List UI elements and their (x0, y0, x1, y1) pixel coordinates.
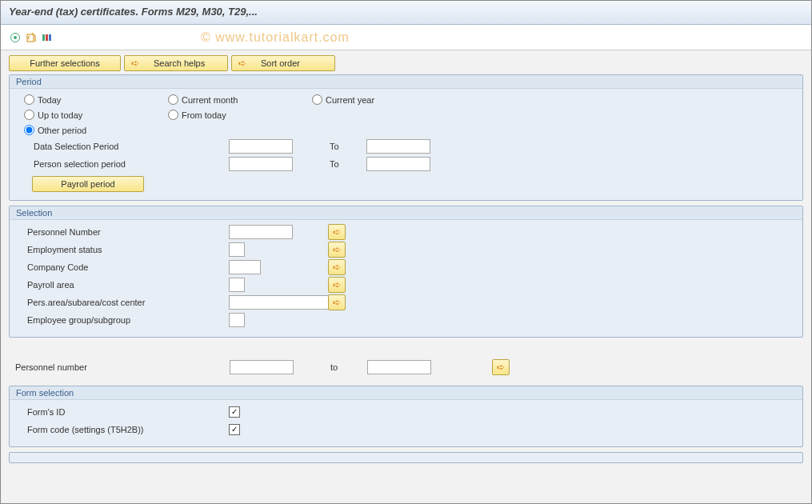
person-selection-to-input[interactable] (366, 157, 430, 171)
multi-color-icon[interactable] (41, 31, 54, 44)
radio-current-month[interactable]: Current month (168, 94, 280, 105)
pers-area-label: Pers.area/subarea/cost center (24, 298, 224, 307)
svg-rect-5 (49, 34, 51, 41)
form-selection-group: Form selection Form's ID ✓ Form code (se… (9, 386, 803, 447)
arrow-right-icon: ➪ (333, 297, 341, 308)
period-body: Today Current month Current year Up to t… (10, 89, 802, 195)
personnel-number-label: Personnel Number (24, 227, 224, 237)
radio-current-year[interactable]: Current year (312, 94, 424, 105)
radio-from-today[interactable]: From today (168, 110, 280, 120)
further-selections-button[interactable]: Further selections (9, 55, 121, 71)
arrow-right-icon: ➪ (333, 262, 341, 273)
form-selection-header: Form selection (10, 386, 802, 400)
pers-area-input[interactable] (229, 295, 333, 310)
payroll-area-multi-button[interactable]: ➪ (328, 277, 346, 293)
radio-up-to-today[interactable]: Up to today (24, 110, 136, 120)
arrow-right-icon: ➪ (333, 226, 341, 238)
arrow-right-icon: ➪ (131, 58, 139, 69)
personnel-number-range-row: Personnel number to ➪ (9, 358, 803, 376)
period-header: Period (10, 75, 802, 89)
radio-today[interactable]: Today (24, 94, 136, 105)
payroll-area-label: Payroll area (24, 280, 224, 290)
selection-header: Selection (10, 206, 802, 220)
employment-status-label: Employment status (24, 245, 224, 254)
forms-id-checkbox[interactable]: ✓ (229, 406, 240, 418)
form-code-checkbox[interactable]: ✓ (229, 424, 240, 435)
payroll-period-button[interactable]: Payroll period (32, 176, 144, 192)
get-variant-icon[interactable] (25, 31, 38, 44)
data-selection-period-label: Data Selection Period (24, 142, 224, 151)
employee-group-input[interactable] (229, 313, 245, 327)
personnel-number-range-label: Personnel number (15, 362, 225, 372)
employment-status-input[interactable] (229, 242, 245, 257)
empty-group (9, 452, 803, 463)
company-code-label: Company Code (24, 262, 224, 272)
sort-order-label: Sort order (261, 58, 300, 68)
data-selection-from-input[interactable] (229, 139, 293, 154)
selection-buttons-row: Further selections ➪ Search helps ➪ Sort… (9, 55, 803, 71)
arrow-right-icon: ➪ (333, 244, 341, 255)
arrow-right-icon: ➪ (497, 362, 505, 373)
to-label: to (330, 362, 362, 372)
execute-icon[interactable] (9, 31, 22, 44)
personnel-number-input[interactable] (229, 225, 293, 239)
company-code-multi-button[interactable]: ➪ (328, 259, 346, 275)
personnel-number-to-input[interactable] (367, 360, 431, 374)
content-area: Further selections ➪ Search helps ➪ Sort… (1, 50, 811, 503)
employee-group-label: Employee group/subgroup (24, 315, 224, 325)
arrow-right-icon: ➪ (333, 279, 341, 290)
arrow-right-icon: ➪ (238, 58, 246, 69)
svg-rect-3 (42, 34, 45, 41)
toolbar: © www.tutorialkart.com (1, 25, 811, 50)
personnel-number-multi-button[interactable]: ➪ (328, 224, 346, 240)
forms-id-label: Form's ID (24, 407, 224, 417)
payroll-area-input[interactable] (229, 278, 245, 292)
to-label: To (330, 142, 362, 151)
employment-status-multi-button[interactable]: ➪ (328, 242, 346, 258)
pers-area-multi-button[interactable]: ➪ (328, 294, 346, 310)
svg-rect-4 (46, 34, 48, 41)
company-code-input[interactable] (229, 260, 261, 274)
sort-order-button[interactable]: ➪ Sort order (231, 55, 335, 71)
person-selection-from-input[interactable] (229, 157, 293, 171)
search-helps-label: Search helps (154, 58, 205, 68)
form-selection-body: Form's ID ✓ Form code (settings (T5H2B))… (10, 400, 802, 442)
selection-body: Personnel Number ➪ Employment status ➪ C… (10, 220, 802, 332)
to-label: To (330, 159, 362, 169)
watermark: © www.tutorialkart.com (201, 30, 350, 45)
page-title: Year-end (tax) certificates. Forms M29, … (9, 6, 258, 18)
personnel-number-from-input[interactable] (230, 360, 294, 374)
person-selection-period-label: Person selection period (24, 159, 224, 169)
title-bar: Year-end (tax) certificates. Forms M29, … (1, 1, 811, 25)
selection-group: Selection Personnel Number ➪ Employment … (9, 206, 803, 338)
period-group: Period Today Current month Current year … (9, 74, 803, 201)
radio-other-period[interactable]: Other period (24, 125, 136, 135)
svg-point-1 (14, 36, 17, 39)
data-selection-to-input[interactable] (366, 139, 430, 154)
search-helps-button[interactable]: ➪ Search helps (124, 55, 228, 71)
personnel-number-range-multi-button[interactable]: ➪ (492, 359, 510, 375)
form-code-label: Form code (settings (T5H2B)) (24, 425, 224, 434)
